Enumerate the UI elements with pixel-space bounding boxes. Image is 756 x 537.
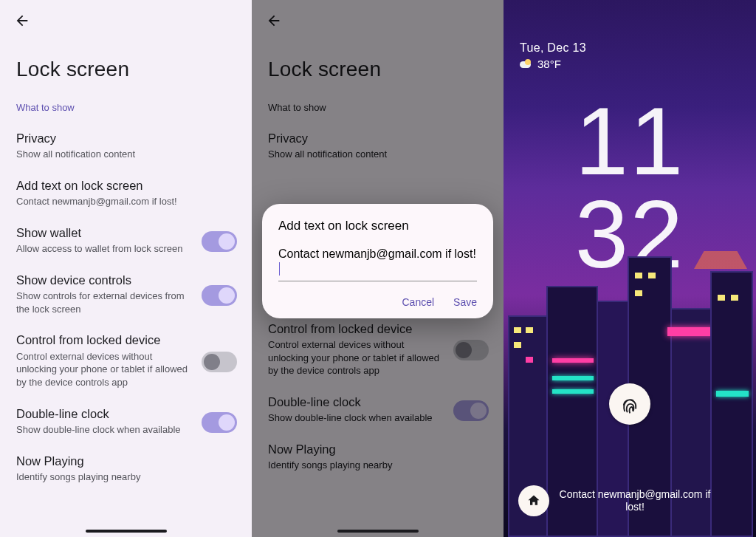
setting-device-controls[interactable]: Show device controls Show controls for e… xyxy=(0,265,252,326)
setting-title: Privacy xyxy=(16,131,236,146)
weather-partly-cloudy-icon xyxy=(520,59,533,69)
fingerprint-icon xyxy=(619,394,640,414)
back-button[interactable] xyxy=(12,10,32,31)
input-value: Contact newmanjb@gmail.com if lost! xyxy=(278,247,476,260)
fingerprint-button[interactable] xyxy=(609,383,650,425)
settings-lock-screen-panel: Lock screen What to show Privacy Show al… xyxy=(0,0,252,537)
home-icon xyxy=(526,493,541,508)
setting-add-text[interactable]: Add text on lock screen Contact newmanjb… xyxy=(0,171,252,218)
switch-control-from-locked[interactable] xyxy=(202,352,237,372)
setting-sub: Contact newmanjb@gmail.com if lost! xyxy=(16,195,236,208)
lockscreen-weather[interactable]: 38°F xyxy=(520,58,586,70)
nav-indicator[interactable] xyxy=(337,530,419,533)
switch-show-wallet[interactable] xyxy=(202,231,237,252)
section-label: What to show xyxy=(0,99,252,123)
setting-control-from-locked[interactable]: Control from locked device Control exter… xyxy=(0,325,252,398)
setting-now-playing[interactable]: Now Playing Identify songs playing nearb… xyxy=(0,446,252,493)
setting-sub: Identify songs playing nearby xyxy=(16,471,236,484)
dialog-title: Add text on lock screen xyxy=(278,219,477,233)
switch-device-controls[interactable] xyxy=(202,285,237,306)
status-area: Tue, Dec 13 38°F xyxy=(520,41,586,70)
cancel-button[interactable]: Cancel xyxy=(402,296,434,308)
setting-double-line-clock[interactable]: Double-line clock Show double-line clock… xyxy=(0,399,252,446)
settings-panel-with-dialog: Lock screen What to show Privacy Show al… xyxy=(252,0,504,537)
lockscreen-date: Tue, Dec 13 xyxy=(520,41,586,55)
clock-hours: 11 xyxy=(575,95,685,188)
lockscreen-bottom-row: Contact newmanjb@gmail.com if lost! xyxy=(504,485,756,516)
temperature: 38°F xyxy=(537,58,561,70)
lockscreen-message: Contact newmanjb@gmail.com if lost! xyxy=(558,488,741,514)
setting-show-wallet[interactable]: Show wallet Allow access to wallet from … xyxy=(0,218,252,265)
lock-screen-text-input[interactable]: Contact newmanjb@gmail.com if lost! xyxy=(278,247,477,281)
page-title: Lock screen xyxy=(0,0,252,99)
setting-title: Show device controls xyxy=(16,273,236,288)
setting-sub: Show all notification content xyxy=(16,148,236,161)
nav-indicator[interactable] xyxy=(86,530,167,533)
setting-privacy[interactable]: Privacy Show all notification content xyxy=(0,123,252,171)
setting-title: Now Playing xyxy=(16,454,236,469)
text-cursor xyxy=(279,262,280,276)
smart-home-button[interactable] xyxy=(518,485,549,516)
arrow-back-icon xyxy=(14,13,30,29)
add-text-dialog: Add text on lock screen Contact newmanjb… xyxy=(262,204,493,318)
switch-double-line-clock[interactable] xyxy=(202,412,237,433)
setting-title: Add text on lock screen xyxy=(16,178,236,194)
setting-title: Control from locked device xyxy=(16,332,236,348)
save-button[interactable]: Save xyxy=(453,296,477,308)
lock-screen-preview: Tue, Dec 13 38°F 11 32 xyxy=(504,0,756,537)
